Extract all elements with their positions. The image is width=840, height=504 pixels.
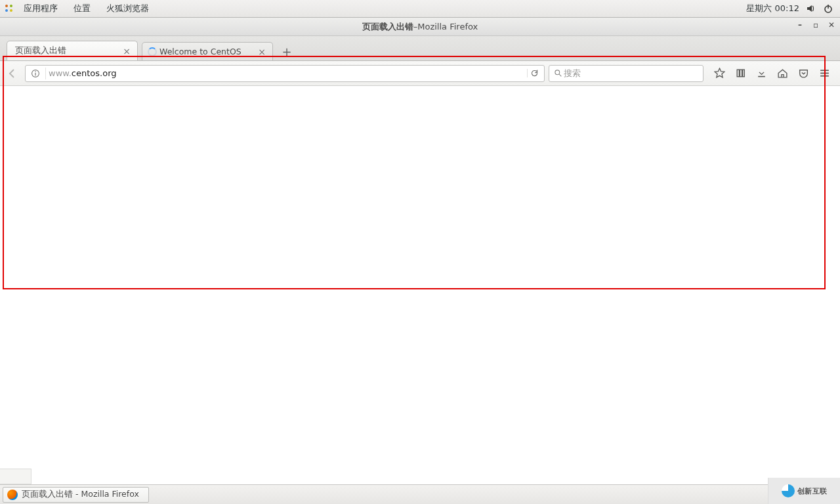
window-maximize-button[interactable]: ▫	[811, 20, 820, 30]
bottom-taskbar: 页面载入出错 - Mozilla Firefox	[0, 484, 840, 504]
tab-second-label: Welcome to CentOS	[157, 47, 257, 56]
tab-active-close-icon[interactable]: ×	[121, 46, 132, 56]
svg-rect-13	[742, 70, 744, 77]
watermark: 创新互联	[768, 478, 840, 504]
watermark-logo-icon	[782, 484, 795, 497]
svg-rect-11	[737, 70, 739, 77]
bookmark-star-icon[interactable]	[713, 67, 726, 80]
taskbar-firefox-label: 页面载入出错 - Mozilla Firefox	[22, 489, 139, 500]
window-title-main: 页面载入出错	[362, 21, 413, 33]
search-input[interactable]	[564, 68, 700, 78]
svg-line-10	[559, 74, 561, 76]
power-icon[interactable]	[823, 3, 833, 14]
url-bar[interactable]: www.centos.org	[25, 65, 545, 82]
svg-point-0	[5, 5, 8, 7]
svg-point-1	[10, 5, 12, 7]
url-dim-prefix: www.	[49, 68, 72, 78]
new-tab-button[interactable]: +	[277, 42, 297, 60]
svg-rect-8	[35, 71, 35, 72]
window-close-button[interactable]: ✕	[827, 20, 836, 30]
reload-button[interactable]	[527, 69, 541, 77]
svg-rect-12	[740, 70, 742, 77]
tab-active[interactable]: 页面载入出错 ×	[7, 41, 138, 60]
svg-rect-7	[35, 72, 35, 75]
menu-hamburger-icon[interactable]	[818, 67, 831, 80]
back-button[interactable]	[4, 65, 21, 82]
url-separator	[45, 68, 46, 79]
window-minimize-button[interactable]: –	[795, 20, 805, 30]
tab-strip: 页面载入出错 × Welcome to CentOS × +	[0, 36, 840, 61]
panel-clock[interactable]: 星期六 00:12	[746, 3, 799, 14]
svg-point-3	[10, 9, 12, 12]
svg-rect-14	[758, 76, 765, 77]
taskbar-firefox-button[interactable]: 页面载入出错 - Mozilla Firefox	[3, 487, 149, 503]
menu-firefox[interactable]: 火狐浏览器	[100, 0, 156, 17]
gnome-top-panel: 应用程序 位置 火狐浏览器 星期六 00:12	[0, 0, 840, 18]
window-titlebar[interactable]: 页面载入出错 – Mozilla Firefox – ▫ ✕	[0, 18, 840, 36]
library-icon[interactable]	[734, 67, 747, 80]
tab-second-close-icon[interactable]: ×	[257, 47, 267, 57]
home-icon[interactable]	[776, 67, 789, 80]
volume-icon[interactable]	[806, 3, 816, 14]
activities-icon	[4, 3, 14, 14]
search-icon	[552, 69, 564, 77]
url-host: centos.org	[72, 68, 117, 78]
window-title-app: Mozilla Firefox	[417, 22, 478, 32]
svg-point-2	[5, 9, 8, 12]
search-box[interactable]	[549, 65, 704, 82]
pocket-icon[interactable]	[797, 67, 810, 80]
watermark-text: 创新互联	[797, 486, 828, 496]
ui-stub	[0, 469, 32, 484]
menu-places[interactable]: 位置	[67, 0, 97, 17]
downloads-icon[interactable]	[755, 67, 768, 80]
site-identity-icon[interactable]	[28, 69, 43, 78]
page-content-blank	[0, 86, 840, 484]
tab-second[interactable]: Welcome to CentOS ×	[142, 42, 273, 60]
firefox-icon	[7, 490, 18, 500]
tab-active-label: 页面载入出错	[12, 45, 121, 56]
svg-point-9	[555, 70, 559, 75]
navigation-toolbar: www.centos.org	[0, 61, 840, 86]
menu-applications[interactable]: 应用程序	[17, 0, 64, 17]
loading-spinner-icon	[148, 47, 157, 56]
